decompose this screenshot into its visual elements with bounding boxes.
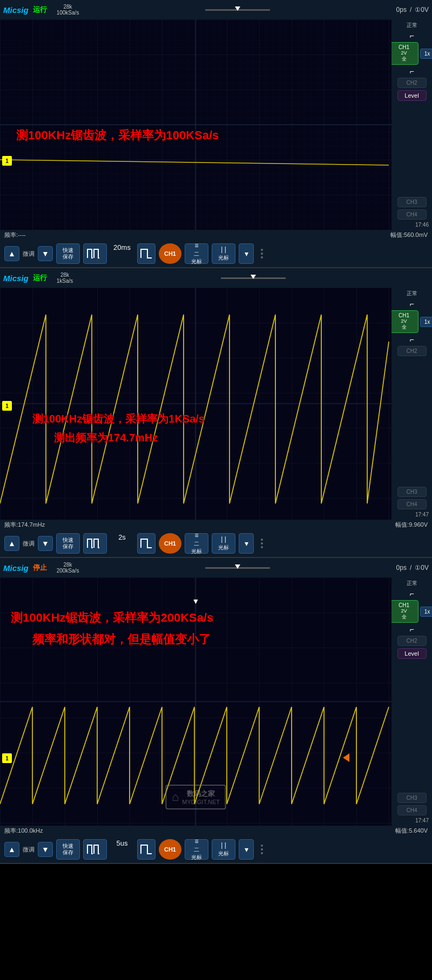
ch1-circle-label-3: CH1 [164,846,176,853]
up-btn-1[interactable]: ▲ [4,246,19,261]
grid-area-2: 1 测100KHz锯齿波，采样率为1KSa/s 测出频率为174.7mHz [0,288,392,520]
marker2-icon-3: | | [221,841,226,849]
up-btn-3[interactable]: ▲ [4,842,19,857]
dropdown-btn-1[interactable]: ▾ [239,243,254,264]
probe-btn-2[interactable]: 1x [420,317,432,327]
trigger-offset-1: 0ps [396,6,407,13]
run-status-1: 运行 [33,5,47,15]
marker2-icon-1: | | [221,246,226,253]
save-label-1: 快速 保存 [63,247,73,260]
watermark-icon-3: ⌂ [172,790,179,804]
display-area-1: 1 测100KHz锯齿波，采样率为100KSa/s 正常 ⌐ CH1 2V 全 … [0,19,432,230]
display-area-3: ▼ 1 测100KHz锯齿波，采样率为200KSa/s 频率和形状都对，但是幅值… [0,577,432,826]
brand-logo-3: Micsig [3,563,29,573]
status-amp-3: 幅值:5.640V [395,827,428,835]
down-btn-3[interactable]: ▼ [38,842,53,857]
level-button-3[interactable]: Level [397,648,427,659]
normal-label-1: 正常 [407,22,417,29]
marker2-btn-2[interactable]: | | 光标 [212,533,235,554]
fine-label-3: 微调 [23,846,35,854]
dropdown-arrow-3: ▾ [245,845,248,854]
ch1-scale-1: 2V [391,50,417,56]
ch1-row-1[interactable]: CH1 2V 全 1x [389,42,432,65]
ch2-button-2[interactable]: CH2 [397,346,427,356]
ch3-button-2[interactable]: CH3 [397,487,427,497]
trigger-slash-3: / [410,564,411,571]
waveform-double-btn-2[interactable] [83,533,107,554]
sample-rate-2: 1kSa/s [57,278,73,284]
waveform-double-btn-1[interactable] [83,243,107,264]
sample-info-2: 28k 1kSa/s [57,272,73,284]
status-row-2: 频率:174.7mHz 幅值:9.960V [0,520,432,530]
status-freq-2: 频率:174.7mHz [4,521,45,529]
ch3-button-3[interactable]: CH3 [397,793,427,803]
up-btn-2[interactable]: ▲ [4,536,19,551]
ch1-button-3[interactable]: CH1 2V 全 [389,600,418,623]
dropdown-btn-2[interactable]: ▾ [239,533,254,554]
ch1-circle-btn-1[interactable]: CH1 [159,243,181,264]
marker1-icon-1: ≡ [194,242,198,249]
trigger-slash-1: / [410,6,411,13]
watermark-box-3: ⌂ 数码之家 MYDIGIT.NET [165,785,226,809]
waveform-double-icon-2 [86,537,104,550]
ch4-button-2[interactable]: CH4 [397,499,427,509]
ch2-button-1[interactable]: CH2 [397,78,427,88]
status-freq-3: 频率:100.0kHz [4,827,43,835]
dots-btn-2 [257,533,267,554]
timescale-display-3[interactable]: 5us [110,839,134,860]
marker2-btn-3[interactable]: | | 光标 [212,839,235,860]
marker1-label-1: 二 光标 [191,250,202,266]
ch4-button-3[interactable]: CH4 [397,805,427,815]
tb-line-1 [205,9,270,11]
timescale-display-1[interactable]: 20ms [110,243,134,264]
probe-btn-3[interactable]: 1x [420,607,432,617]
ch1-circle-btn-2[interactable]: CH1 [159,533,181,554]
timebase-bar-1 [83,9,392,11]
level-button-1[interactable]: Level [397,90,427,101]
timebase-bar-3 [83,567,392,569]
top-bar-1: Micsig 运行 28k 100kSa/s 0ps / ①0V [0,0,432,19]
waveform-single-btn-1[interactable] [137,243,156,264]
marker1-btn-1[interactable]: ≡ 二 光标 [185,243,208,264]
wave-icon-2b: ⌐ [409,335,414,344]
dropdown-btn-3[interactable]: ▾ [239,839,254,860]
probe-btn-1[interactable]: 1x [420,49,432,59]
ch1-circle-btn-3[interactable]: CH1 [159,839,181,860]
marker1-label-2: 二光标 [191,540,202,555]
waveform-single-btn-2[interactable] [137,533,156,554]
ch1-label-3: CH1 [391,602,417,608]
sample-points-3: 28k [63,562,72,568]
down-btn-1[interactable]: ▼ [38,246,53,261]
marker1-btn-2[interactable]: ≡ 二光标 [185,533,208,554]
ch1-button-2[interactable]: CH1 2V 全 [389,310,418,333]
wave-icon-2: ⌐ [409,300,414,308]
ch1-row-3[interactable]: CH1 2V 全 1x [389,600,432,623]
down-btn-2[interactable]: ▼ [38,536,53,551]
ch4-button-1[interactable]: CH4 [397,209,427,220]
waveform-double-btn-3[interactable] [83,839,107,860]
fine-label-2: 微调 [23,540,35,548]
marker1-btn-3[interactable]: ≡ 二光标 [185,839,208,860]
timescale-display-2[interactable]: 2s [110,533,134,554]
save-btn-3[interactable]: 快速 保存 [56,839,80,860]
brand-logo-1: Micsig [3,5,29,15]
ch1-button-1[interactable]: CH1 2V 全 [389,42,418,65]
ch1-row-2[interactable]: CH1 2V 全 1x [389,310,432,333]
ch1-extra-1: 全 [391,56,417,63]
waveform-single-icon-1 [140,247,153,260]
waveform-double-icon-1 [86,247,104,260]
status-amp-1: 幅值:560.0mV [390,231,428,239]
bottom-bar-3: ▲ 微调 ▼ 快速 保存 5us CH1 ≡ 二光标 | | [0,836,432,863]
right-sidebar-3: 正常 ⌐ CH1 2V 全 1x ⌐ CH2 Level CH3 CH4 17:… [392,577,432,826]
save-btn-2[interactable]: 快速 保存 [56,533,80,554]
run-status-2: 运行 [33,273,47,283]
waveform-single-btn-3[interactable] [137,839,156,860]
dropdown-arrow-2: ▾ [245,539,248,548]
marker2-btn-1[interactable]: | | 光标 [212,243,235,264]
save-btn-1[interactable]: 快速 保存 [56,243,80,264]
trigger-info-1: 0ps / ①0V [396,6,429,13]
ch3-button-1[interactable]: CH3 [397,197,427,207]
ch1-left-indicator-2: 1 [2,401,12,411]
ch2-button-3[interactable]: CH2 [397,636,427,646]
bottom-bar-1: ▲ 微调 ▼ 快速 保存 20ms CH1 ≡ 二 光标 | | [0,240,432,267]
